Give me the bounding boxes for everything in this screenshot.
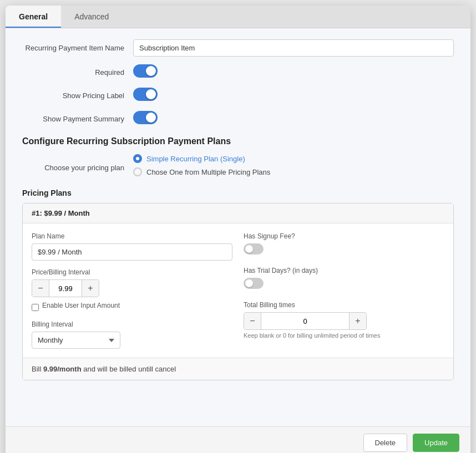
footer-text-2: and will be billed untill cancel xyxy=(82,365,176,373)
item-name-input[interactable] xyxy=(133,39,454,57)
option-multiple-label: Chose One from Multiple Pricing Plans xyxy=(146,168,270,176)
show-pricing-toggle[interactable] xyxy=(133,88,158,101)
signup-fee-label: Has Signup Fee? xyxy=(244,232,444,240)
plan-name-input[interactable] xyxy=(32,243,232,261)
plan-name-field: Plan Name xyxy=(32,232,232,261)
radio-multiple-circle xyxy=(133,167,142,176)
footer-bold: 9.99/month xyxy=(43,365,82,373)
tab-advanced[interactable]: Advanced xyxy=(61,6,122,28)
total-billing-minus-btn[interactable]: − xyxy=(244,313,261,329)
plan-right-col: Has Signup Fee? Has Trial Days? (in days… xyxy=(244,232,444,349)
total-billing-value-input[interactable] xyxy=(261,313,350,329)
show-pricing-row: Show Pricing Label xyxy=(22,88,454,103)
pricing-plan-row: Choose your pricing plan Simple Recurrin… xyxy=(22,154,454,181)
required-row: Required xyxy=(22,64,454,80)
required-toggle[interactable] xyxy=(133,64,158,78)
price-value-input[interactable] xyxy=(49,280,82,297)
price-minus-btn[interactable]: − xyxy=(32,280,49,297)
main-window: General Advanced Recurring Payment Item … xyxy=(6,6,470,453)
footer-text-1: Bill xyxy=(32,365,43,373)
trial-days-toggle[interactable] xyxy=(244,278,264,289)
billing-interval-label: Billing Interval xyxy=(32,320,232,328)
required-control xyxy=(133,64,454,80)
plan-card: #1: $9.99 / Month Plan Name Price/Billin… xyxy=(22,203,454,380)
billing-interval-field: Billing Interval Monthly Weekly Daily Ye… xyxy=(32,320,232,349)
configure-section-title: Configure Recurring Subscription Payment… xyxy=(22,136,454,146)
plan-left-col: Plan Name Price/Billing Interval − + xyxy=(32,232,232,349)
content-area: Recurring Payment Item Name Required Sho… xyxy=(6,28,470,426)
plan-header: #1: $9.99 / Month xyxy=(23,203,453,223)
plan-options: Simple Recurring Plan (Single) Chose One… xyxy=(133,154,454,181)
item-name-row: Recurring Payment Item Name xyxy=(22,39,454,57)
bottom-bar: Delete Update xyxy=(6,426,470,453)
total-billing-help: Keep blank or 0 for billing unlimited pe… xyxy=(244,332,444,339)
signup-fee-toggle[interactable] xyxy=(244,243,264,255)
plan-name-label: Plan Name xyxy=(32,232,232,240)
price-stepper: − + xyxy=(32,279,99,297)
show-payment-row: Show Payment Summary xyxy=(22,111,454,126)
plan-grid: Plan Name Price/Billing Interval − + xyxy=(32,232,444,349)
show-payment-control xyxy=(133,111,454,126)
item-name-label: Recurring Payment Item Name xyxy=(22,44,133,52)
price-billing-label: Price/Billing Interval xyxy=(32,268,232,276)
signup-fee-row: Has Signup Fee? xyxy=(244,232,444,258)
choose-plan-label: Choose your pricing plan xyxy=(22,164,133,172)
show-pricing-label: Show Pricing Label xyxy=(22,91,133,100)
tabs-bar: General Advanced xyxy=(6,6,470,28)
tab-general[interactable]: General xyxy=(6,6,61,28)
billing-interval-select[interactable]: Monthly Weekly Daily Yearly xyxy=(32,332,120,349)
option-simple-label: Simple Recurring Plan (Single) xyxy=(146,155,245,163)
total-billing-stepper: − + xyxy=(244,312,367,330)
trial-days-row: Has Trial Days? (in days) xyxy=(244,267,444,292)
price-billing-field: Price/Billing Interval − + Enable User I… xyxy=(32,268,232,313)
option-simple[interactable]: Simple Recurring Plan (Single) xyxy=(133,154,454,163)
enable-user-input-checkbox[interactable] xyxy=(32,304,39,311)
trial-days-label: Has Trial Days? (in days) xyxy=(244,267,444,274)
total-billing-row: Total Billing times − + Keep blank or 0 … xyxy=(244,301,444,339)
option-multiple[interactable]: Chose One from Multiple Pricing Plans xyxy=(133,167,454,176)
total-billing-label: Total Billing times xyxy=(244,301,444,309)
show-payment-toggle[interactable] xyxy=(133,111,158,124)
item-name-control xyxy=(133,39,454,57)
enable-user-input-row: Enable User Input Amount xyxy=(32,302,232,313)
total-billing-plus-btn[interactable]: + xyxy=(350,313,366,329)
price-plus-btn[interactable]: + xyxy=(82,280,99,297)
enable-user-input-label[interactable]: Enable User Input Amount xyxy=(42,302,120,309)
update-button[interactable]: Update xyxy=(413,434,459,452)
radio-simple-circle xyxy=(133,154,142,163)
delete-button[interactable]: Delete xyxy=(363,434,408,452)
show-payment-label: Show Payment Summary xyxy=(22,115,133,123)
plan-body: Plan Name Price/Billing Interval − + xyxy=(23,223,453,358)
required-label: Required xyxy=(22,68,133,77)
show-pricing-control xyxy=(133,88,454,103)
plan-footer: Bill 9.99/month and will be billed until… xyxy=(23,358,453,380)
pricing-plans-title: Pricing Plans xyxy=(22,189,454,197)
